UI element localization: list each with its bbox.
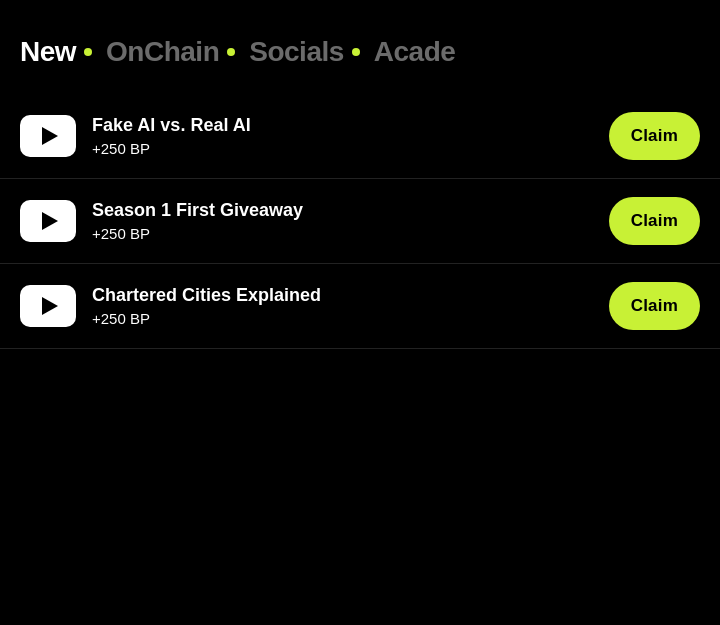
tab-navigation: NewOnChainSocialsAcade — [0, 10, 720, 94]
tab-label-academy: Acade — [374, 36, 456, 68]
content-list: Fake AI vs. Real AI+250 BPClaimSeason 1 … — [0, 94, 720, 349]
youtube-icon — [20, 115, 76, 157]
tab-socials[interactable]: Socials — [249, 28, 374, 76]
item-text-1: Fake AI vs. Real AI+250 BP — [92, 115, 593, 158]
tab-dot-socials — [352, 48, 360, 56]
play-icon — [42, 297, 58, 315]
tab-new[interactable]: New — [20, 28, 106, 76]
list-item-3: Chartered Cities Explained+250 BPClaim — [0, 264, 720, 349]
tab-label-new: New — [20, 36, 76, 68]
item-text-2: Season 1 First Giveaway+250 BP — [92, 200, 593, 243]
play-icon — [42, 127, 58, 145]
youtube-icon — [20, 285, 76, 327]
claim-button-3[interactable]: Claim — [609, 282, 700, 330]
item-points-1: +250 BP — [92, 140, 593, 157]
claim-button-2[interactable]: Claim — [609, 197, 700, 245]
tab-dot-new — [84, 48, 92, 56]
play-icon — [42, 212, 58, 230]
tab-academy[interactable]: Acade — [374, 28, 470, 76]
list-item-1: Fake AI vs. Real AI+250 BPClaim — [0, 94, 720, 179]
tab-label-socials: Socials — [249, 36, 344, 68]
item-points-3: +250 BP — [92, 310, 593, 327]
tab-onchain[interactable]: OnChain — [106, 28, 249, 76]
claim-button-1[interactable]: Claim — [609, 112, 700, 160]
item-title-3: Chartered Cities Explained — [92, 285, 593, 307]
tab-label-onchain: OnChain — [106, 36, 219, 68]
youtube-icon — [20, 200, 76, 242]
item-text-3: Chartered Cities Explained+250 BP — [92, 285, 593, 328]
tab-dot-onchain — [227, 48, 235, 56]
list-item-2: Season 1 First Giveaway+250 BPClaim — [0, 179, 720, 264]
item-title-1: Fake AI vs. Real AI — [92, 115, 593, 137]
item-title-2: Season 1 First Giveaway — [92, 200, 593, 222]
item-points-2: +250 BP — [92, 225, 593, 242]
top-bar — [0, 0, 720, 10]
